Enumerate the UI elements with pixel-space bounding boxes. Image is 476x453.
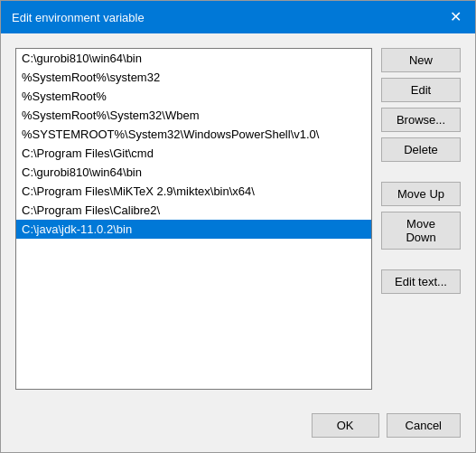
edit-text-button[interactable]: Edit text... bbox=[381, 269, 461, 294]
list-item[interactable]: %SystemRoot% bbox=[16, 87, 371, 106]
cancel-button[interactable]: Cancel bbox=[387, 413, 461, 438]
list-item[interactable]: C:\Program Files\Git\cmd bbox=[16, 144, 371, 163]
edit-env-variable-dialog: Edit environment variable ✕ C:\gurobi810… bbox=[0, 0, 476, 453]
close-button[interactable]: ✕ bbox=[446, 8, 464, 26]
list-item[interactable]: %SystemRoot%\system32 bbox=[16, 68, 371, 87]
browse-button[interactable]: Browse... bbox=[381, 108, 461, 132]
dialog-title: Edit environment variable bbox=[12, 11, 145, 24]
move-up-button[interactable]: Move Up bbox=[381, 182, 461, 206]
delete-button[interactable]: Delete bbox=[381, 137, 461, 162]
action-buttons: New Edit Browse... Delete Move Up Move D… bbox=[381, 48, 461, 390]
new-button[interactable]: New bbox=[381, 48, 461, 72]
list-item[interactable]: C:\Program Files\Calibre2\ bbox=[16, 201, 371, 220]
list-item[interactable]: %SYSTEMROOT%\System32\WindowsPowerShell\… bbox=[16, 125, 371, 144]
spacer2 bbox=[381, 255, 461, 264]
title-bar: Edit environment variable ✕ bbox=[1, 1, 475, 33]
dialog-content: C:\gurobi810\win64\bin%SystemRoot%\syste… bbox=[1, 33, 475, 404]
ok-button[interactable]: OK bbox=[312, 413, 379, 438]
env-path-list[interactable]: C:\gurobi810\win64\bin%SystemRoot%\syste… bbox=[15, 48, 372, 390]
list-item[interactable]: C:\gurobi810\win64\bin bbox=[16, 163, 371, 182]
spacer1 bbox=[381, 167, 461, 176]
edit-button[interactable]: Edit bbox=[381, 78, 461, 102]
list-item[interactable]: C:\java\jdk-11.0.2\bin bbox=[16, 220, 371, 239]
list-item[interactable]: C:\gurobi810\win64\bin bbox=[16, 49, 371, 68]
list-item[interactable]: C:\Program Files\MiKTeX 2.9\miktex\bin\x… bbox=[16, 182, 371, 201]
dialog-footer: OK Cancel bbox=[1, 404, 475, 452]
move-down-button[interactable]: Move Down bbox=[381, 212, 461, 250]
list-item[interactable]: %SystemRoot%\System32\Wbem bbox=[16, 106, 371, 125]
